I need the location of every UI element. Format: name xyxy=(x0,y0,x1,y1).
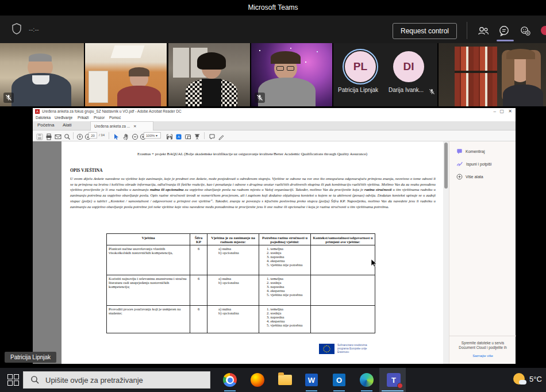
teams-icon[interactable]: T xyxy=(386,372,402,388)
levels-cell: 1. temeljna 2. srednja 3. napredna 4. ek… xyxy=(259,306,311,333)
chat-active-indicator xyxy=(497,40,514,41)
print-icon[interactable] xyxy=(45,132,52,139)
svg-text:A: A xyxy=(178,135,180,139)
export-icon[interactable] xyxy=(184,132,191,139)
promo-text: Spremite datoteke u servis Document Clou… xyxy=(454,341,512,351)
pen-icon[interactable] xyxy=(218,132,225,139)
tab-close-icon[interactable]: ✕ xyxy=(133,124,136,128)
level-line: 2. srednja xyxy=(261,311,309,315)
taskbar-search-input[interactable]: Upišite ovdje za pretraživanje xyxy=(23,371,210,389)
avatar[interactable]: PL xyxy=(345,51,376,82)
skill-cell: Provoditi proces poučavanja koji je usmj… xyxy=(107,306,190,333)
hand-tool-icon[interactable] xyxy=(122,132,129,139)
chat-icon[interactable] xyxy=(498,25,510,37)
pdf-scrollbar[interactable] xyxy=(443,141,449,364)
menu-prozor[interactable]: Prozor xyxy=(94,116,105,120)
header-kontekst: Kontekst/samostalnost/odgovornost u prim… xyxy=(311,234,375,245)
participant-video-1[interactable] xyxy=(0,43,84,106)
eu-flag-icon xyxy=(319,344,334,354)
save-icon[interactable] xyxy=(36,132,43,139)
chrome-icon[interactable] xyxy=(222,372,238,388)
participant-video-4[interactable] xyxy=(251,43,332,106)
zoom-level-select[interactable]: 100% ▾ xyxy=(144,132,161,139)
zoom-out-icon[interactable] xyxy=(132,132,139,139)
outlook-icon[interactable]: O xyxy=(331,372,347,388)
presentation-icon[interactable] xyxy=(194,132,201,139)
select-tool-icon[interactable] xyxy=(113,132,120,139)
maximize-button[interactable]: ▢ xyxy=(499,109,504,114)
participant-video-5[interactable] xyxy=(439,43,546,106)
taskbar-weather[interactable]: 5°C xyxy=(513,373,542,385)
request-control-button[interactable]: Request control xyxy=(393,23,457,39)
participant-video-2[interactable] xyxy=(85,43,167,106)
tab-pocetna[interactable]: Početna xyxy=(37,122,54,128)
header-zanimanje: Vještina je za zanimanje na radnom mjest… xyxy=(207,234,259,245)
page-number-input[interactable]: 20 xyxy=(89,132,97,139)
convert-pdf-icon[interactable]: A xyxy=(175,132,182,139)
avatar[interactable]: DI xyxy=(393,51,424,82)
table-row: Koristiti najnoviju i relevantnu znanstv… xyxy=(107,275,375,306)
mic-muted-icon xyxy=(255,93,265,103)
level-line: 1. temeljna xyxy=(261,276,309,280)
participants-video-strip: PL Patricija Lipnjak DI Darija Ivank... xyxy=(0,43,546,106)
paragraph-bold: razina stručnosti xyxy=(364,187,391,191)
participant-name: Darija Ivank... xyxy=(389,87,424,93)
reactions-icon[interactable] xyxy=(519,25,532,37)
level-line: 5. vještina nije potrebna xyxy=(261,323,309,327)
word-icon[interactable]: W xyxy=(303,372,320,388)
previous-page-icon[interactable] xyxy=(76,132,83,139)
level-line: 4. ekspertna xyxy=(261,289,309,293)
presenter-name-badge: Patricija Lipnjak xyxy=(5,352,56,363)
level-line: 5. vještina nije potrebna xyxy=(261,263,309,267)
leave-call-indicator[interactable] xyxy=(541,26,546,35)
eu-funding-text: Sufinancirano sredstvima programa Europs… xyxy=(337,344,367,353)
document-header: Erasmus + projekt BAQUAL (Bolje akademsk… xyxy=(84,152,420,156)
comment-bubble-icon xyxy=(456,148,463,155)
fit-width-icon[interactable] xyxy=(166,132,173,139)
search-icon[interactable] xyxy=(64,132,71,139)
sidebar-item-label: Više alata xyxy=(466,175,483,179)
skill-cell: Koristiti najnoviju i relevantnu znanstv… xyxy=(107,275,190,306)
section-title: OPIS VJEŠTINA xyxy=(70,168,102,173)
zoom-level-value: 100% xyxy=(146,134,155,137)
menu-uredivanje[interactable]: Uređivanje xyxy=(55,116,72,120)
pdf-scrollbar-thumb[interactable] xyxy=(444,143,448,189)
level-line: 1. temeljna xyxy=(261,247,309,251)
learn-more-link[interactable]: Saznajte više xyxy=(454,353,512,358)
participant-video-3[interactable] xyxy=(168,43,250,106)
tab-alati[interactable]: Alati xyxy=(63,122,72,128)
option-line: b) opcionalna xyxy=(209,280,257,285)
menu-datoteka[interactable]: Datoteka xyxy=(36,116,51,120)
menu-pomoc[interactable]: Pomoć xyxy=(109,116,121,120)
participants-icon[interactable] xyxy=(477,25,490,37)
level-line: 5. vještina nije potrebna xyxy=(261,293,309,297)
table-row: Planirati načine usavršavanja vlastitih … xyxy=(107,245,375,275)
teams-meeting-toolbar: --:-- Request control xyxy=(0,16,546,43)
close-button[interactable]: ✕ xyxy=(508,109,512,114)
menu-prikazi[interactable]: Prikaži xyxy=(78,116,89,120)
edge-icon[interactable] xyxy=(359,372,375,388)
header-vjestina: Vještina xyxy=(107,234,190,245)
sidebar-item-komentiraj[interactable]: Komentiraj xyxy=(456,148,485,155)
firefox-icon[interactable] xyxy=(249,372,266,388)
pdf-titlebar: A Uređena anketa za fokus grupu_SZ Nasta… xyxy=(33,108,516,115)
teams-taskbar-active[interactable]: T xyxy=(379,368,406,392)
file-explorer-icon[interactable] xyxy=(277,372,293,388)
paragraph-bold: nužna ili opcionalna xyxy=(150,187,184,191)
email-icon[interactable] xyxy=(55,132,61,139)
start-button[interactable] xyxy=(7,374,19,386)
comment-icon[interactable] xyxy=(209,132,216,139)
edge-running-indicator xyxy=(361,390,372,391)
word-running-indicator xyxy=(306,390,317,391)
option-line: a) nužna xyxy=(209,276,257,280)
pdf-window-title: Uređena anketa za fokus grupu_SZ Nastavn… xyxy=(42,109,182,113)
option-line: a) nužna xyxy=(209,307,257,311)
windows-taskbar: Upišite ovdje za pretraživanje W O T 5°C xyxy=(0,368,546,392)
level-line: 3. napredna xyxy=(261,255,309,259)
minimize-button[interactable]: – xyxy=(494,109,496,114)
sidebar-item-vise-alata[interactable]: Više alata xyxy=(456,174,483,180)
eu-funding-logo: Sufinancirano sredstvima programa Europs… xyxy=(319,344,367,354)
sidebar-item-ispuni-i-potpisi[interactable]: Ispuni i potpiši xyxy=(456,161,491,167)
tab-document[interactable]: Uređena anketa za ... ✕ xyxy=(90,121,153,130)
signature-pen-icon xyxy=(456,161,463,167)
